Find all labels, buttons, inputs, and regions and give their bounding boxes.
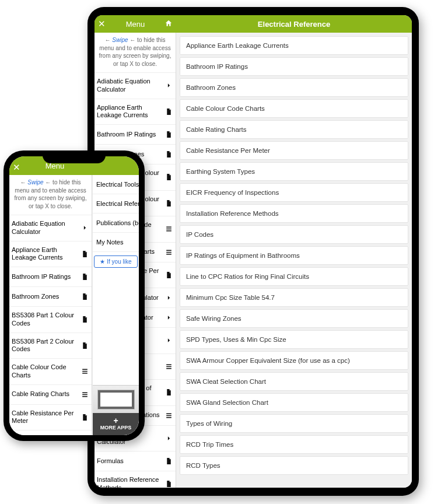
tablet-content[interactable]: Appliance Earth Leakage CurrentsBathroom… bbox=[176, 33, 412, 488]
overlay-item[interactable]: Publications (books) bbox=[93, 214, 139, 233]
list-item[interactable]: SWA Gland Selection Chart bbox=[180, 393, 408, 412]
doc-icon bbox=[164, 271, 173, 279]
bars-icon bbox=[164, 412, 173, 419]
chevron-icon bbox=[80, 224, 89, 232]
phone-overlay-menu: Electrical ToolsElectrical ReferencePubl… bbox=[92, 175, 139, 435]
tablet-menu-label: Menu bbox=[126, 20, 145, 29]
bars-icon bbox=[164, 363, 173, 370]
bars-icon bbox=[80, 391, 89, 398]
list-item[interactable]: Cable Rating Charts bbox=[180, 120, 408, 139]
chevron-icon bbox=[164, 435, 173, 442]
sidebar-item[interactable]: Installation Reference Methods bbox=[94, 471, 176, 488]
sidebar-item-label: Formulas bbox=[97, 457, 164, 466]
sidebar-item[interactable]: BS5308 Part 2 Colour Codes bbox=[9, 333, 92, 359]
sidebar-item[interactable]: Appliance Earth Leakage Currents bbox=[9, 242, 92, 268]
swipe-hint: ← Swipe ← to hide this menu and to enabl… bbox=[9, 175, 92, 215]
list-item[interactable]: Safe Wiring Zones bbox=[180, 309, 408, 328]
list-item[interactable]: Line to CPC Ratios for Ring Final Circui… bbox=[180, 267, 408, 286]
sidebar-item-label: Bathroom Zones bbox=[12, 293, 80, 301]
close-icon[interactable]: ✕ bbox=[13, 162, 20, 173]
sidebar-item[interactable]: Cable Rating Charts bbox=[9, 385, 92, 405]
doc-icon bbox=[80, 273, 89, 281]
sidebar-item-label: Installation Reference Methods bbox=[97, 476, 164, 488]
list-item[interactable]: Bathroom IP Ratings bbox=[180, 57, 408, 76]
list-item[interactable]: Appliance Earth Leakage Currents bbox=[180, 36, 408, 55]
plus-icon: + bbox=[93, 416, 139, 425]
chevron-icon bbox=[164, 82, 173, 89]
sidebar-item-label: BS5308 Part 2 Colour Codes bbox=[12, 338, 80, 354]
doc-icon bbox=[164, 150, 173, 158]
home-icon[interactable] bbox=[164, 19, 173, 29]
doc-icon bbox=[164, 457, 173, 465]
sidebar-item-label: Cable Colour Code Charts bbox=[12, 363, 80, 380]
list-item[interactable]: SWA Cleat Selection Chart bbox=[180, 372, 408, 391]
sidebar-item[interactable]: Appliance Earth Leakage Currents bbox=[94, 99, 176, 125]
doc-icon bbox=[164, 173, 173, 181]
list-item[interactable]: Installation Reference Methods bbox=[180, 204, 408, 223]
sidebar-item[interactable]: Adiabatic Equation Calculator bbox=[9, 215, 92, 242]
doc-icon bbox=[164, 388, 173, 396]
sidebar-item[interactable]: BS5308 Part 1 Colour Codes bbox=[9, 307, 92, 333]
page-title: Electrical Reference bbox=[176, 20, 412, 29]
phone-notch bbox=[43, 150, 106, 163]
list-item[interactable]: Minimum Cpc Size Table 54.7 bbox=[180, 288, 408, 307]
sidebar-item[interactable]: Formulas bbox=[94, 452, 176, 471]
review-button[interactable]: ★ If you like bbox=[94, 256, 138, 268]
sidebar-item-label: Cable Resistance Per Meter bbox=[12, 410, 80, 426]
sidebar-item-label: Bathroom IP Ratings bbox=[97, 131, 164, 139]
list-item[interactable]: SPD Types, Uses & Min Cpc Size bbox=[180, 330, 408, 349]
doc-icon bbox=[80, 342, 89, 349]
sidebar-item[interactable]: Adiabatic Equation Calculator bbox=[94, 73, 176, 99]
bars-icon bbox=[164, 225, 173, 233]
sidebar-item-label: BS5308 Part 1 Colour Codes bbox=[12, 312, 80, 328]
sidebar-item[interactable]: Bathroom IP Ratings bbox=[9, 267, 92, 287]
doc-icon bbox=[164, 131, 173, 138]
list-item[interactable]: Cable Colour Code Charts bbox=[180, 99, 408, 118]
sidebar-item[interactable]: Bathroom IP Ratings bbox=[94, 125, 176, 145]
close-icon[interactable]: ✕ bbox=[98, 19, 106, 29]
list-item[interactable]: Earthing System Types bbox=[180, 162, 408, 181]
sidebar-item-label: Adiabatic Equation Calculator bbox=[97, 78, 164, 94]
chevron-icon bbox=[164, 314, 173, 321]
sidebar-item-label: Appliance Earth Leakage Currents bbox=[97, 104, 164, 120]
list-item[interactable]: Types of Wiring bbox=[180, 414, 408, 433]
sidebar-item[interactable]: Cable Size Calculator bbox=[9, 430, 92, 435]
overlay-item[interactable]: Electrical Reference bbox=[93, 194, 139, 214]
bars-icon bbox=[164, 249, 173, 256]
overlay-item[interactable]: My Notes bbox=[93, 233, 139, 252]
list-item[interactable]: IP Codes bbox=[180, 225, 408, 244]
list-item[interactable]: SWA Armour Copper Equivalent Size (for u… bbox=[180, 351, 408, 370]
sidebar-item-label: Appliance Earth Leakage Currents bbox=[12, 246, 80, 262]
bars-icon bbox=[80, 368, 89, 375]
doc-icon bbox=[80, 414, 89, 421]
list-item[interactable]: EICR Frequency of Inspections bbox=[180, 183, 408, 202]
more-apps-button[interactable]: + MORE APPS bbox=[93, 413, 139, 435]
list-item[interactable]: Cable Resistance Per Meter bbox=[180, 141, 408, 160]
phone-sidebar: ← Swipe ← to hide this menu and to enabl… bbox=[9, 175, 92, 435]
doc-icon bbox=[80, 293, 89, 300]
overlay-item[interactable]: Electrical Tools bbox=[93, 175, 139, 194]
phone-device: ✕ Menu ← Swipe ← to hide this menu and t… bbox=[4, 150, 145, 441]
doc-icon bbox=[80, 250, 89, 258]
list-item[interactable]: Bathroom Zones bbox=[180, 78, 408, 97]
list-item[interactable]: RCD Types bbox=[180, 456, 408, 475]
sidebar-item-label: Cable Rating Charts bbox=[12, 390, 80, 398]
doc-icon bbox=[164, 200, 173, 207]
sidebar-item-label: Adiabatic Equation Calculator bbox=[12, 220, 80, 236]
sidebar-item[interactable]: Cable Colour Code Charts bbox=[9, 359, 92, 385]
phone-screen: ✕ Menu ← Swipe ← to hide this menu and t… bbox=[9, 156, 139, 435]
chevron-icon bbox=[164, 294, 173, 302]
sidebar-item-label: Bathroom IP Ratings bbox=[12, 273, 80, 281]
sidebar-item[interactable]: Cable Resistance Per Meter bbox=[9, 405, 92, 431]
doc-icon bbox=[80, 316, 89, 323]
swipe-hint: ← Swipe ← to hide this menu and to enabl… bbox=[94, 33, 176, 73]
sidebar-item[interactable]: Bathroom Zones bbox=[9, 287, 92, 307]
doc-icon bbox=[164, 480, 173, 488]
doc-icon bbox=[164, 108, 173, 116]
chevron-icon bbox=[164, 337, 173, 344]
list-item[interactable]: IP Ratings of Equipment in Bathrooms bbox=[180, 246, 408, 265]
promo-image[interactable] bbox=[93, 385, 139, 413]
tablet-menu-bar: ✕ Menu bbox=[94, 15, 176, 33]
list-item[interactable]: RCD Trip Times bbox=[180, 435, 408, 454]
tablet-header: ✕ Menu Electrical Reference bbox=[94, 15, 412, 33]
